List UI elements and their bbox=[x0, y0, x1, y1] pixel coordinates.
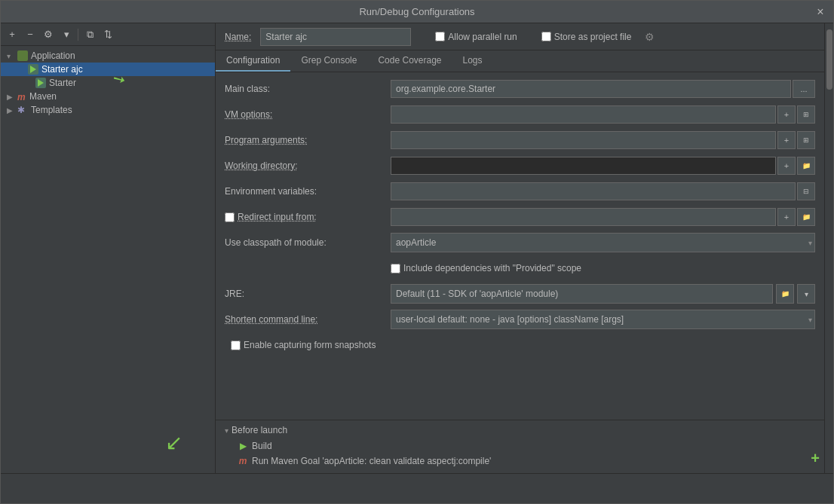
expand-arrow: ▾ bbox=[7, 52, 17, 60]
shorten-cmd-row: Shorten command line: user-local default… bbox=[225, 309, 815, 330]
jre-browse-button[interactable]: 📁 bbox=[776, 284, 794, 304]
jre-select[interactable]: Default (11 - SDK of 'aopArticle' module… bbox=[391, 284, 773, 304]
main-class-input[interactable] bbox=[391, 80, 791, 98]
program-args-row: Program arguments: + ⊞ bbox=[225, 130, 815, 151]
tab-logs[interactable]: Logs bbox=[452, 50, 493, 72]
settings-button[interactable]: ⚙ bbox=[40, 26, 57, 43]
build-launch-item: ▶ Build bbox=[237, 438, 815, 454]
copy-button[interactable]: ⧉ bbox=[81, 26, 98, 43]
env-vars-row: Environment variables: ⊟ bbox=[225, 181, 815, 202]
starter-icon bbox=[35, 78, 46, 88]
vm-options-container: + ⊞ bbox=[391, 105, 815, 124]
tree-item-starter-ajc[interactable]: Starter ajc bbox=[1, 63, 215, 76]
include-deps-row: Include dependencies with "Provided" sco… bbox=[225, 258, 815, 279]
maven-goal-label: Run Maven Goal 'aopArticle: clean valida… bbox=[252, 456, 491, 466]
maven-goal-launch-item: m Run Maven Goal 'aopArticle: clean vali… bbox=[237, 454, 815, 469]
shorten-cmd-select[interactable]: user-local default: none - java [options… bbox=[391, 310, 815, 329]
classpath-select[interactable]: aopArticle bbox=[391, 233, 815, 252]
left-toolbar: + − ⚙ ▾ ⧉ ⇅ bbox=[1, 23, 215, 46]
application-label: Application bbox=[31, 50, 75, 61]
sort-button[interactable]: ⇅ bbox=[100, 26, 116, 43]
redirect-input-container: + 📁 bbox=[391, 208, 815, 226]
name-input[interactable] bbox=[260, 28, 411, 46]
vm-options-input[interactable] bbox=[391, 105, 776, 124]
settings-gear-icon[interactable]: ⚙ bbox=[645, 31, 655, 43]
templates-icon: ✱ bbox=[17, 105, 28, 115]
args-expand-button[interactable]: + bbox=[777, 131, 796, 149]
before-launch-label: Before launch bbox=[231, 425, 287, 435]
enable-snapshots-checkbox[interactable] bbox=[231, 341, 241, 350]
header-row: Name: Allow parallel run Store as projec… bbox=[216, 23, 824, 50]
program-args-label: Program arguments: bbox=[225, 135, 391, 145]
name-label: Name: bbox=[225, 32, 251, 42]
main-class-container: ... bbox=[391, 80, 815, 98]
classpath-select-container: aopArticle ▾ bbox=[391, 233, 815, 252]
starter-ajc-label: Starter ajc bbox=[41, 64, 83, 75]
env-vars-input[interactable] bbox=[391, 182, 796, 200]
build-label: Build bbox=[252, 441, 272, 451]
redirect-checkbox-area: Redirect input from: bbox=[225, 212, 391, 222]
working-dir-expand-button[interactable]: + bbox=[777, 157, 796, 175]
vm-options-label: VM options: bbox=[225, 109, 391, 120]
vm-expand-button[interactable]: + bbox=[777, 105, 796, 124]
include-deps-label: Include dependencies with "Provided" sco… bbox=[403, 263, 581, 273]
tree-panel: ▾ Application Starter ajc bbox=[1, 46, 215, 473]
env-vars-label: Environment variables: bbox=[225, 186, 391, 197]
maven-arrow: ▶ bbox=[7, 93, 17, 101]
tree-item-templates[interactable]: ▶ ✱ Templates bbox=[1, 103, 215, 117]
args-macro-button[interactable]: ⊞ bbox=[797, 131, 815, 149]
dropdown-button[interactable]: ▾ bbox=[58, 26, 75, 43]
tab-grep-console[interactable]: Grep Console bbox=[290, 50, 367, 72]
main-class-browse-button[interactable]: ... bbox=[793, 80, 815, 98]
working-dir-container: + 📁 bbox=[391, 157, 815, 175]
build-icon: ▶ bbox=[237, 440, 249, 452]
working-dir-row: Working directory: + 📁 bbox=[225, 155, 815, 176]
add-launch-button[interactable]: + bbox=[811, 450, 820, 467]
shorten-cmd-label: Shorten command line: bbox=[225, 314, 391, 325]
redirect-browse-button[interactable]: 📁 bbox=[797, 208, 815, 226]
maven-label: Maven bbox=[29, 91, 57, 102]
allow-parallel-checkbox[interactable] bbox=[435, 32, 445, 41]
include-deps-checkbox[interactable] bbox=[391, 264, 400, 273]
tab-configuration[interactable]: Configuration bbox=[216, 50, 290, 72]
store-project-checkbox[interactable] bbox=[541, 32, 551, 41]
tree-item-maven[interactable]: ▶ m Maven bbox=[1, 90, 215, 103]
allow-parallel-label: Allow parallel run bbox=[448, 32, 517, 42]
vm-options-row: VM options: + ⊞ bbox=[225, 104, 815, 125]
jre-container: Default (11 - SDK of 'aopArticle' module… bbox=[391, 284, 815, 304]
templates-label: Templates bbox=[31, 105, 72, 115]
env-vars-edit-button[interactable]: ⊟ bbox=[797, 182, 815, 200]
enable-snapshots-area: Enable capturing form snapshots bbox=[225, 340, 376, 350]
redirect-row: Redirect input from: + 📁 bbox=[225, 206, 815, 228]
maven-icon: m bbox=[17, 92, 26, 101]
redirect-checkbox[interactable] bbox=[225, 212, 235, 222]
vm-macro-button[interactable]: ⊞ bbox=[797, 105, 815, 124]
tab-code-coverage[interactable]: Code Coverage bbox=[367, 50, 452, 72]
env-vars-container: ⊟ bbox=[391, 182, 815, 200]
working-dir-browse-button[interactable]: 📁 bbox=[797, 157, 815, 175]
scrollbar-thumb[interactable] bbox=[826, 29, 832, 90]
store-project-label: Store as project file bbox=[554, 32, 632, 42]
remove-config-button[interactable]: − bbox=[22, 26, 38, 43]
maven-goal-icon: m bbox=[237, 455, 249, 467]
tree-item-starter[interactable]: Starter bbox=[1, 76, 215, 90]
jre-arrow-button[interactable]: ▾ bbox=[797, 284, 815, 304]
before-launch-section: ▾ Before launch ▶ Build m bbox=[216, 420, 824, 473]
enable-snapshots-label: Enable capturing form snapshots bbox=[244, 340, 376, 350]
main-class-label: Main class: bbox=[225, 84, 391, 94]
working-dir-input[interactable] bbox=[391, 157, 776, 175]
main-class-row: Main class: ... bbox=[225, 78, 815, 99]
right-scrollbar bbox=[824, 23, 833, 473]
add-config-button[interactable]: + bbox=[4, 26, 20, 43]
before-launch-header: ▾ Before launch bbox=[225, 425, 815, 435]
classpath-label: Use classpath of module: bbox=[225, 237, 391, 248]
redirect-label: Redirect input from: bbox=[238, 212, 323, 222]
config-panel: Main class: ... VM options: + ⊞ bbox=[216, 72, 824, 420]
redirect-input[interactable] bbox=[391, 208, 776, 226]
title-bar: Run/Debug Configurations × bbox=[1, 1, 833, 23]
redirect-expand-button[interactable]: + bbox=[777, 208, 796, 226]
window-title: Run/Debug Configurations bbox=[359, 6, 474, 17]
program-args-input[interactable] bbox=[391, 131, 776, 149]
close-button[interactable]: × bbox=[814, 5, 827, 19]
tree-item-application[interactable]: ▾ Application bbox=[1, 49, 215, 63]
